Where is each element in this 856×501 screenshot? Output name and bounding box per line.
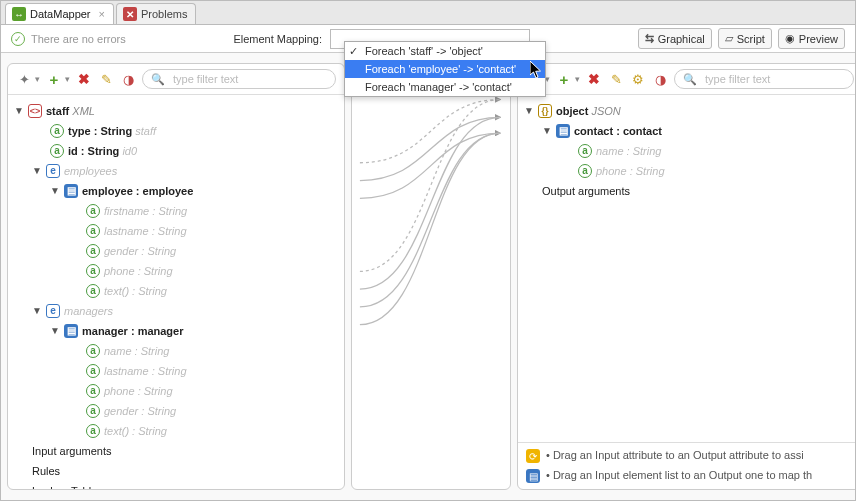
toggle-icon[interactable]: ▼ [14, 103, 24, 119]
element-icon: e [46, 164, 60, 178]
input-tree[interactable]: ▼<>staff XML atype : String staff aid : … [8, 95, 344, 489]
complex-icon: ▤ [556, 124, 570, 138]
close-icon[interactable]: × [99, 8, 105, 20]
check-icon: ✓ [349, 45, 358, 58]
tree-node[interactable]: manager : manager [82, 323, 183, 339]
attr-icon: a [86, 384, 100, 398]
datamapper-icon: ↔ [12, 7, 26, 21]
tree-node[interactable]: phone : String [104, 383, 173, 399]
tree-node[interactable]: phone : String [104, 263, 173, 279]
tree-node[interactable]: text() : String [104, 423, 167, 439]
output-toolbar: ✦▾ +▾ ✖ ✎ ⚙ ◑ 🔍 [518, 64, 856, 95]
mapping-label: Element Mapping: [233, 33, 322, 45]
output-panel: ✦▾ +▾ ✖ ✎ ⚙ ◑ 🔍 ▼{}object JSON ▼▤contact… [517, 63, 856, 490]
tree-node[interactable]: id : String id0 [68, 143, 137, 159]
chevron-down-icon[interactable]: ▾ [575, 74, 580, 84]
tree-node[interactable]: staff XML [46, 103, 95, 119]
toggle-icon[interactable]: ▼ [50, 183, 60, 199]
tree-section[interactable]: Rules [32, 463, 60, 479]
tree-node[interactable]: name : String [104, 343, 169, 359]
attr-icon: a [578, 144, 592, 158]
dropdown-option[interactable]: Foreach 'manager' -> 'contact' [345, 78, 545, 96]
search-field[interactable]: 🔍 [674, 69, 854, 89]
complex-icon: ▤ [64, 324, 78, 338]
add-icon[interactable]: + [46, 71, 62, 87]
tree-node[interactable]: lastname : String [104, 223, 187, 239]
tree-node[interactable]: name : String [596, 143, 661, 159]
view-label: Graphical [658, 33, 705, 45]
attr-icon: a [86, 264, 100, 278]
chevron-down-icon[interactable]: ▾ [65, 74, 70, 84]
view-preview[interactable]: ◉ Preview [778, 28, 845, 49]
mapping-curves [352, 64, 510, 489]
view-script[interactable]: ▱ Script [718, 28, 772, 49]
input-panel: ✦▾ +▾ ✖ ✎ ◑ 🔍 ▼<>staff XML atype : Strin… [7, 63, 345, 490]
toggle-icon[interactable]: ▼ [542, 123, 552, 139]
json-root-icon: {} [538, 104, 552, 118]
brush-icon[interactable]: ✎ [98, 71, 114, 87]
xml-root-icon: <> [28, 104, 42, 118]
gear-icon[interactable]: ⚙ [630, 71, 646, 87]
complex-icon: ▤ [64, 184, 78, 198]
toggle-icon[interactable]: ▼ [50, 323, 60, 339]
input-toolbar: ✦▾ +▾ ✖ ✎ ◑ 🔍 [8, 64, 344, 95]
tab-problems[interactable]: ✕ Problems [116, 3, 196, 24]
delete-icon[interactable]: ✖ [76, 71, 92, 87]
tree-node[interactable]: contact : contact [574, 123, 662, 139]
search-input[interactable] [171, 72, 327, 86]
wand-icon[interactable]: ✦ [16, 71, 32, 87]
tree-node[interactable]: employees [64, 163, 117, 179]
delete-icon[interactable]: ✖ [586, 71, 602, 87]
tree-node[interactable]: gender : String [104, 243, 176, 259]
tree-section[interactable]: Output arguments [542, 183, 630, 199]
attr-icon: a [86, 284, 100, 298]
status-text: There are no errors [31, 33, 126, 45]
element-icon: e [46, 304, 60, 318]
tips: ⟳• Drag an Input attribute to an Output … [518, 442, 856, 489]
tree-node[interactable]: object JSON [556, 103, 621, 119]
tree-node[interactable]: gender : String [104, 403, 176, 419]
tree-node[interactable]: employee : employee [82, 183, 193, 199]
search-input[interactable] [703, 72, 845, 86]
tree-node[interactable]: managers [64, 303, 113, 319]
view-label: Script [737, 33, 765, 45]
attr-icon: a [50, 124, 64, 138]
attr-icon: a [86, 424, 100, 438]
search-icon: 🔍 [151, 73, 165, 86]
chevron-down-icon[interactable]: ▾ [35, 74, 40, 84]
tip-text: Drag an Input attribute to an Output att… [553, 449, 804, 461]
ok-icon: ✓ [11, 32, 25, 46]
attr-icon: a [86, 344, 100, 358]
attr-icon: a [86, 364, 100, 378]
mapping-canvas[interactable] [351, 63, 511, 490]
dropdown-option[interactable]: Foreach 'employee' -> 'contact' [345, 60, 545, 78]
view-label: Preview [799, 33, 838, 45]
output-tree[interactable]: ▼{}object JSON ▼▤contact : contact aname… [518, 95, 856, 442]
hide-icon[interactable]: ◑ [652, 71, 668, 87]
tree-node[interactable]: lastname : String [104, 363, 187, 379]
tab-label: DataMapper [30, 8, 91, 20]
tab-datamapper[interactable]: ↔ DataMapper × [5, 3, 114, 24]
tree-section[interactable]: Lookup Tables [32, 483, 103, 489]
add-icon[interactable]: + [556, 71, 572, 87]
status: ✓ There are no errors [11, 32, 126, 46]
tab-strip: ↔ DataMapper × ✕ Problems [1, 1, 855, 25]
attr-icon: a [86, 244, 100, 258]
hide-icon[interactable]: ◑ [120, 71, 136, 87]
search-field[interactable]: 🔍 [142, 69, 336, 89]
view-graphical[interactable]: ⇆ Graphical [638, 28, 712, 49]
problems-icon: ✕ [123, 7, 137, 21]
dropdown-option[interactable]: ✓Foreach 'staff' -> 'object' [345, 42, 545, 60]
tree-node[interactable]: firstname : String [104, 203, 187, 219]
tree-node[interactable]: phone : String [596, 163, 665, 179]
attr-icon: a [86, 204, 100, 218]
tree-section[interactable]: Input arguments [32, 443, 112, 459]
brush-icon[interactable]: ✎ [608, 71, 624, 87]
toggle-icon[interactable]: ▼ [32, 303, 42, 319]
toggle-icon[interactable]: ▼ [524, 103, 534, 119]
tip-icon: ⟳ [526, 449, 540, 463]
tree-node[interactable]: type : String staff [68, 123, 156, 139]
search-icon: 🔍 [683, 73, 697, 86]
toggle-icon[interactable]: ▼ [32, 163, 42, 179]
tree-node[interactable]: text() : String [104, 283, 167, 299]
